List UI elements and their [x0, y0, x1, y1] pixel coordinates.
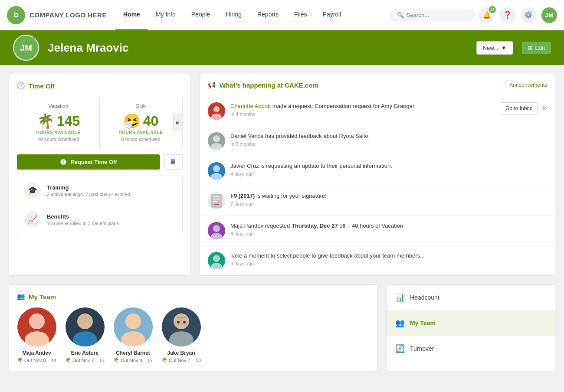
- benefits-item[interactable]: 📈 Benefits You are enrolled in 3 benefit…: [17, 205, 182, 234]
- svg-point-28: [78, 314, 92, 327]
- calculator-icon: 🖩: [170, 158, 177, 166]
- svg-point-38: [183, 321, 186, 323]
- close-feed-button[interactable]: ✕: [541, 105, 547, 113]
- feed-item: Maja Pandev requested Thursday, Dec 27 o…: [200, 216, 555, 246]
- profile-name: Jelena Mraovic: [48, 41, 468, 55]
- nav-hiring[interactable]: Hiring: [218, 0, 249, 30]
- member-avatar-jake: [162, 307, 201, 346]
- request-icon: 🕐: [60, 159, 67, 165]
- my-team-title: 👥 My Team: [17, 293, 369, 301]
- benefits-desc: You are enrolled in 3 benefit plans: [47, 221, 119, 226]
- settings-button[interactable]: ⚙️: [521, 7, 536, 23]
- svg-point-32: [126, 314, 140, 327]
- feed-text-4: I-9 (2017) is waiting for your signature…: [230, 192, 547, 200]
- feed-avatar-feedback: [208, 252, 225, 269]
- feed-avatar-javier: [208, 162, 225, 180]
- svg-point-1: [213, 106, 220, 112]
- member-avatar-cheryl: [114, 307, 153, 346]
- clock-icon: 🕐: [17, 82, 25, 90]
- nav-links: Home My Info People Hiring Reports Files…: [115, 0, 349, 30]
- top-panels: 🕐 Time Off Vacation 🌴 145 HOURS AVAILABL…: [9, 74, 555, 276]
- nav-reports[interactable]: Reports: [249, 0, 286, 30]
- notifications-button[interactable]: 🔔 26: [479, 7, 495, 23]
- request-time-off-button[interactable]: 🕐 Request Time Off: [17, 154, 160, 170]
- svg-rect-39: [177, 317, 186, 318]
- profile-initials: JM: [20, 43, 32, 53]
- feed-time-6: 9 days ago: [230, 261, 547, 266]
- feed-item: Take a moment to select people to give f…: [200, 246, 555, 275]
- time-off-arrow[interactable]: ▶: [173, 114, 183, 131]
- nav-myinfo[interactable]: My Info: [148, 0, 184, 30]
- feed-item: Daniel Vance has provided feedback about…: [200, 126, 555, 156]
- edit-button[interactable]: ⊞ Edit: [522, 42, 551, 54]
- help-button[interactable]: ❓: [500, 7, 515, 23]
- announcements-link[interactable]: Announcements: [509, 82, 547, 88]
- time-off-actions: 🕐 Request Time Off 🖩: [17, 154, 183, 170]
- team-member-jake[interactable]: Jake Bryan 🌴 Out Nov 7 – 13: [161, 307, 201, 363]
- side-myteam[interactable]: 👥 My Team: [387, 310, 555, 336]
- team-icon: 👥: [17, 293, 25, 301]
- feed-item: I-9 (2017) is waiting for your signature…: [200, 186, 555, 216]
- search-input[interactable]: [407, 12, 467, 18]
- member-avatar-eric: [66, 307, 105, 346]
- sick-label: Sick: [107, 103, 175, 109]
- training-item[interactable]: 🎓 Training 2 active trainings, 2 past du…: [17, 176, 182, 205]
- team-member-eric[interactable]: Eric Asture 🌴 Out Nov 7 – 13: [65, 307, 105, 363]
- time-off-panel: 🕐 Time Off Vacation 🌴 145 HOURS AVAILABL…: [9, 74, 191, 276]
- charlotte-link[interactable]: Charlotte Abbott: [230, 103, 271, 109]
- feed-text-1: Charlotte Abbott made a request: Compens…: [230, 102, 495, 110]
- nav-home[interactable]: Home: [115, 0, 148, 30]
- side-turnover[interactable]: 🔄 Turnover: [387, 336, 555, 361]
- svg-point-16: [213, 225, 220, 232]
- member-name-cheryl: Cheryl Barnet: [113, 350, 153, 356]
- benefits-title: Benefits: [47, 213, 119, 220]
- nav-people[interactable]: People: [184, 0, 218, 30]
- nav-payroll[interactable]: Payroll: [315, 0, 349, 30]
- my-team-panel: 👥 My Team Maja Andev 🌴: [9, 284, 377, 371]
- bar-chart-icon: 📊: [395, 293, 405, 302]
- feed-time-5: 8 days ago: [230, 231, 547, 236]
- member-status-eric: 🌴 Out Nov 7 – 13: [65, 357, 105, 363]
- member-status-maja: 🌴 Out Nov 8 – 14: [17, 357, 56, 363]
- feed-text-3: Javier Cruz is requesting an update to t…: [230, 162, 547, 170]
- nav-files[interactable]: Files: [286, 0, 315, 30]
- svg-rect-10: [213, 196, 220, 197]
- feed-content-6: Take a moment to select people to give f…: [230, 252, 547, 266]
- svg-point-24: [29, 314, 45, 329]
- svg-rect-12: [213, 201, 217, 202]
- vacation-box: Vacation 🌴 145 HOURS AVAILABLE 48 hours …: [17, 97, 100, 148]
- search-box[interactable]: 🔍: [390, 9, 474, 21]
- feed-time-3: 4 days ago: [230, 171, 547, 176]
- logo-text: COMPANY LOGO HERE: [30, 11, 107, 19]
- happenings-title: 📢 What's happening at CAKE.com: [208, 81, 318, 89]
- sick-hours-available: HOURS AVAILABLE: [107, 130, 175, 135]
- svg-point-7: [213, 165, 220, 172]
- vacation-label: Vacation: [24, 103, 92, 109]
- feed-time-4: 7 days ago: [230, 201, 547, 206]
- top-nav: b COMPANY LOGO HERE Home My Info People …: [0, 0, 564, 30]
- user-initials: JM: [545, 12, 553, 19]
- new-button[interactable]: New... ▼: [476, 41, 513, 55]
- go-to-inbox-button[interactable]: Go to Inbox: [500, 102, 538, 114]
- sick-box: Sick 🤧 40 HOURS AVAILABLE 8 hours schedu…: [100, 97, 182, 148]
- team-member-maja[interactable]: Maja Andev 🌴 Out Nov 8 – 14: [17, 307, 56, 363]
- profile-avatar: JM: [13, 35, 39, 61]
- sick-hours-scheduled: 8 hours scheduled: [107, 137, 175, 142]
- feed-text-6: Take a moment to select people to give f…: [230, 252, 547, 260]
- feed-avatar-doc: [208, 192, 225, 209]
- user-avatar-nav[interactable]: JM: [541, 7, 557, 23]
- feed-item: Charlotte Abbott made a request: Compens…: [200, 96, 555, 126]
- team-member-cheryl[interactable]: Cheryl Barnet 🌴 Out Nov 8 – 12: [113, 307, 153, 363]
- member-name-jake: Jake Bryan: [161, 350, 201, 356]
- training-title: Training: [47, 184, 130, 191]
- feed-avatar-charlotte: [208, 102, 225, 120]
- main-content: 🕐 Time Off Vacation 🌴 145 HOURS AVAILABL…: [0, 65, 564, 380]
- vacation-hours-available: HOURS AVAILABLE: [24, 130, 92, 135]
- people-icon: 👥: [395, 318, 405, 328]
- edit-button-label: Edit: [535, 45, 545, 51]
- vacation-hours-scheduled: 48 hours scheduled: [24, 137, 92, 142]
- member-status-cheryl: 🌴 Out Nov 8 – 12: [113, 357, 153, 363]
- feed-action-1: Go to Inbox ✕: [500, 102, 547, 114]
- calculator-button[interactable]: 🖩: [164, 154, 183, 170]
- side-headcount[interactable]: 📊 Headcount: [387, 285, 555, 310]
